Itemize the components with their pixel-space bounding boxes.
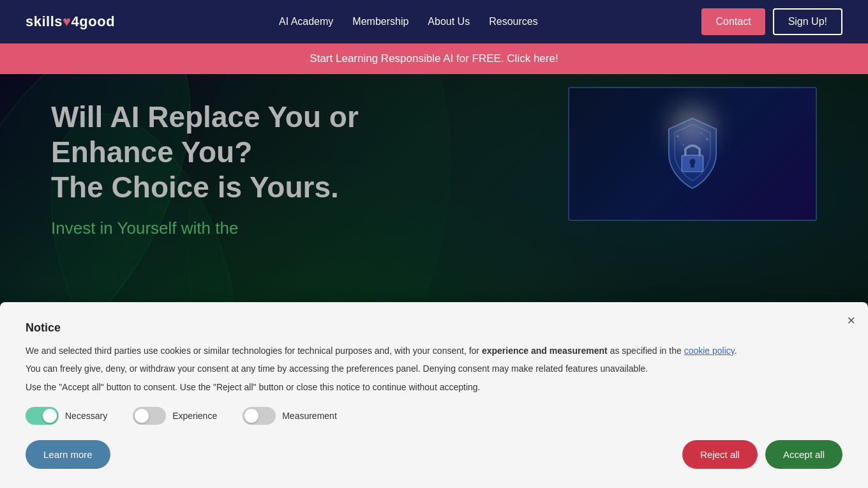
toggle-group-necessary: Necessary: [26, 407, 107, 425]
nav-link-membership[interactable]: Membership: [352, 16, 408, 27]
cookie-text-2: You can freely give, deny, or withdraw y…: [26, 362, 842, 376]
cookie-text-1b: as specified in the: [608, 346, 684, 356]
nav-links: AI Academy Membership About Us Resources: [279, 16, 538, 27]
nav-link-ai-academy[interactable]: AI Academy: [279, 16, 333, 27]
cookie-text-1c: .: [735, 346, 737, 356]
cookie-close-button[interactable]: ×: [847, 312, 855, 329]
toggle-experience[interactable]: [133, 407, 166, 425]
toggle-experience-label: Experience: [172, 411, 217, 421]
accept-all-button[interactable]: Accept all: [765, 440, 842, 469]
cookie-dialog: × Notice We and selected third parties u…: [0, 302, 868, 488]
toggle-measurement-knob: [244, 409, 258, 423]
banner-text: Start Learning Responsible AI for FREE. …: [310, 52, 558, 65]
cookie-text-1a: We and selected third parties use cookie…: [26, 346, 482, 356]
logo-heart: ♥: [63, 13, 71, 29]
cookie-text-3: Use the "Accept all" button to consent. …: [26, 380, 842, 394]
reject-all-button[interactable]: Reject all: [682, 440, 758, 469]
cookie-text-1: We and selected third parties use cookie…: [26, 344, 842, 358]
toggle-necessary-knob: [43, 409, 57, 423]
toggle-necessary-label: Necessary: [65, 411, 107, 421]
cookie-right-buttons: Reject all Accept all: [682, 440, 842, 469]
learn-more-button[interactable]: Learn more: [26, 440, 110, 469]
nav-link-about-us[interactable]: About Us: [428, 16, 470, 27]
logo-four: 4: [71, 13, 80, 29]
logo[interactable]: skills♥4good: [26, 13, 115, 30]
cookie-title: Notice: [26, 321, 842, 335]
toggle-group-experience: Experience: [133, 407, 217, 425]
navbar: skills♥4good AI Academy Membership About…: [0, 0, 868, 43]
cookie-toggles: Necessary Experience Measurement: [26, 407, 842, 425]
logo-text: skills♥4good: [26, 13, 115, 30]
toggle-experience-knob: [135, 409, 149, 423]
toggle-necessary[interactable]: [26, 407, 59, 425]
nav-link-resources[interactable]: Resources: [489, 16, 537, 27]
toggle-group-measurement: Measurement: [243, 407, 337, 425]
nav-buttons: Contact Sign Up!: [701, 8, 842, 35]
toggle-measurement-label: Measurement: [282, 411, 337, 421]
promo-banner[interactable]: Start Learning Responsible AI for FREE. …: [0, 43, 868, 74]
logo-good: good: [79, 13, 115, 29]
signup-button[interactable]: Sign Up!: [773, 8, 842, 35]
cookie-policy-link[interactable]: cookie policy: [684, 346, 735, 356]
logo-skills: skills: [26, 13, 63, 29]
toggle-measurement[interactable]: [243, 407, 276, 425]
cookie-text-bold: experience and measurement: [482, 346, 608, 356]
cookie-overlay: × Notice We and selected third parties u…: [0, 74, 868, 488]
cookie-actions: Learn more Reject all Accept all: [26, 440, 842, 469]
hero-section: Will AI Replace You or Enhance You? The …: [0, 74, 868, 488]
contact-button[interactable]: Contact: [701, 8, 765, 35]
